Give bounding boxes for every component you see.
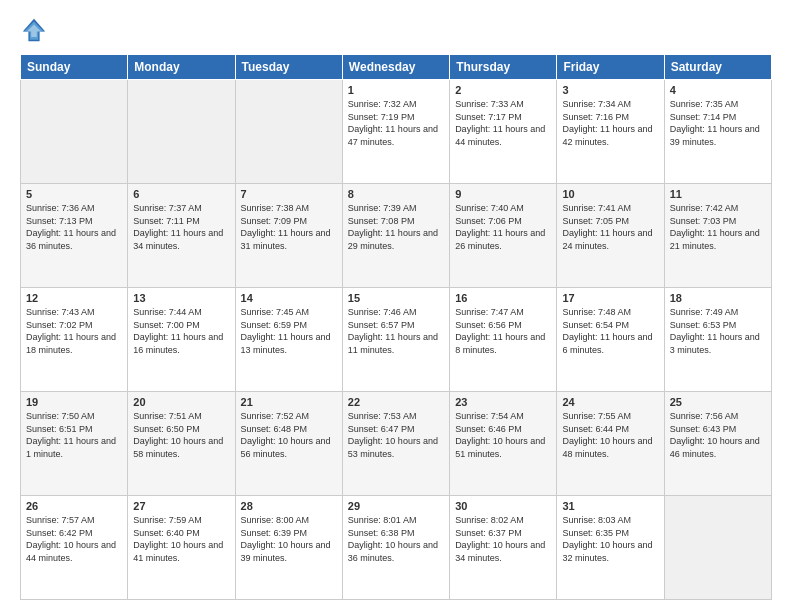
day-number: 24	[562, 396, 658, 408]
calendar-week-row: 1Sunrise: 7:32 AM Sunset: 7:19 PM Daylig…	[21, 80, 772, 184]
day-info: Sunrise: 7:49 AM Sunset: 6:53 PM Dayligh…	[670, 306, 766, 356]
day-info: Sunrise: 7:38 AM Sunset: 7:09 PM Dayligh…	[241, 202, 337, 252]
calendar-cell: 1Sunrise: 7:32 AM Sunset: 7:19 PM Daylig…	[342, 80, 449, 184]
calendar-cell: 3Sunrise: 7:34 AM Sunset: 7:16 PM Daylig…	[557, 80, 664, 184]
day-info: Sunrise: 7:53 AM Sunset: 6:47 PM Dayligh…	[348, 410, 444, 460]
page: SundayMondayTuesdayWednesdayThursdayFrid…	[0, 0, 792, 612]
day-info: Sunrise: 7:43 AM Sunset: 7:02 PM Dayligh…	[26, 306, 122, 356]
day-info: Sunrise: 7:52 AM Sunset: 6:48 PM Dayligh…	[241, 410, 337, 460]
day-info: Sunrise: 7:32 AM Sunset: 7:19 PM Dayligh…	[348, 98, 444, 148]
calendar-cell: 30Sunrise: 8:02 AM Sunset: 6:37 PM Dayli…	[450, 496, 557, 600]
day-number: 17	[562, 292, 658, 304]
day-number: 29	[348, 500, 444, 512]
calendar-cell: 5Sunrise: 7:36 AM Sunset: 7:13 PM Daylig…	[21, 184, 128, 288]
day-info: Sunrise: 7:33 AM Sunset: 7:17 PM Dayligh…	[455, 98, 551, 148]
calendar-cell: 2Sunrise: 7:33 AM Sunset: 7:17 PM Daylig…	[450, 80, 557, 184]
day-info: Sunrise: 7:40 AM Sunset: 7:06 PM Dayligh…	[455, 202, 551, 252]
calendar-cell: 14Sunrise: 7:45 AM Sunset: 6:59 PM Dayli…	[235, 288, 342, 392]
day-info: Sunrise: 7:42 AM Sunset: 7:03 PM Dayligh…	[670, 202, 766, 252]
day-info: Sunrise: 7:36 AM Sunset: 7:13 PM Dayligh…	[26, 202, 122, 252]
calendar-cell: 22Sunrise: 7:53 AM Sunset: 6:47 PM Dayli…	[342, 392, 449, 496]
day-info: Sunrise: 7:56 AM Sunset: 6:43 PM Dayligh…	[670, 410, 766, 460]
day-number: 21	[241, 396, 337, 408]
calendar-week-row: 26Sunrise: 7:57 AM Sunset: 6:42 PM Dayli…	[21, 496, 772, 600]
day-info: Sunrise: 7:41 AM Sunset: 7:05 PM Dayligh…	[562, 202, 658, 252]
day-number: 27	[133, 500, 229, 512]
calendar-cell: 29Sunrise: 8:01 AM Sunset: 6:38 PM Dayli…	[342, 496, 449, 600]
day-number: 30	[455, 500, 551, 512]
calendar-cell: 4Sunrise: 7:35 AM Sunset: 7:14 PM Daylig…	[664, 80, 771, 184]
calendar-cell: 12Sunrise: 7:43 AM Sunset: 7:02 PM Dayli…	[21, 288, 128, 392]
calendar-cell	[235, 80, 342, 184]
calendar-cell: 24Sunrise: 7:55 AM Sunset: 6:44 PM Dayli…	[557, 392, 664, 496]
day-number: 31	[562, 500, 658, 512]
calendar-header-tuesday: Tuesday	[235, 55, 342, 80]
day-number: 12	[26, 292, 122, 304]
day-number: 1	[348, 84, 444, 96]
day-number: 6	[133, 188, 229, 200]
day-info: Sunrise: 7:46 AM Sunset: 6:57 PM Dayligh…	[348, 306, 444, 356]
day-number: 26	[26, 500, 122, 512]
calendar-header-sunday: Sunday	[21, 55, 128, 80]
calendar-cell: 18Sunrise: 7:49 AM Sunset: 6:53 PM Dayli…	[664, 288, 771, 392]
day-info: Sunrise: 8:01 AM Sunset: 6:38 PM Dayligh…	[348, 514, 444, 564]
day-number: 11	[670, 188, 766, 200]
calendar-cell: 26Sunrise: 7:57 AM Sunset: 6:42 PM Dayli…	[21, 496, 128, 600]
calendar-cell: 7Sunrise: 7:38 AM Sunset: 7:09 PM Daylig…	[235, 184, 342, 288]
day-number: 20	[133, 396, 229, 408]
day-info: Sunrise: 7:55 AM Sunset: 6:44 PM Dayligh…	[562, 410, 658, 460]
day-number: 2	[455, 84, 551, 96]
day-number: 18	[670, 292, 766, 304]
day-number: 5	[26, 188, 122, 200]
day-number: 19	[26, 396, 122, 408]
calendar-cell: 8Sunrise: 7:39 AM Sunset: 7:08 PM Daylig…	[342, 184, 449, 288]
day-info: Sunrise: 7:39 AM Sunset: 7:08 PM Dayligh…	[348, 202, 444, 252]
day-info: Sunrise: 7:34 AM Sunset: 7:16 PM Dayligh…	[562, 98, 658, 148]
calendar-cell	[21, 80, 128, 184]
calendar-cell: 20Sunrise: 7:51 AM Sunset: 6:50 PM Dayli…	[128, 392, 235, 496]
day-number: 3	[562, 84, 658, 96]
day-info: Sunrise: 7:59 AM Sunset: 6:40 PM Dayligh…	[133, 514, 229, 564]
calendar-cell: 21Sunrise: 7:52 AM Sunset: 6:48 PM Dayli…	[235, 392, 342, 496]
day-info: Sunrise: 7:51 AM Sunset: 6:50 PM Dayligh…	[133, 410, 229, 460]
day-info: Sunrise: 7:44 AM Sunset: 7:00 PM Dayligh…	[133, 306, 229, 356]
calendar-week-row: 19Sunrise: 7:50 AM Sunset: 6:51 PM Dayli…	[21, 392, 772, 496]
calendar-cell	[128, 80, 235, 184]
day-info: Sunrise: 8:03 AM Sunset: 6:35 PM Dayligh…	[562, 514, 658, 564]
day-number: 15	[348, 292, 444, 304]
calendar-header-row: SundayMondayTuesdayWednesdayThursdayFrid…	[21, 55, 772, 80]
header	[20, 16, 772, 44]
calendar-cell: 19Sunrise: 7:50 AM Sunset: 6:51 PM Dayli…	[21, 392, 128, 496]
day-info: Sunrise: 7:45 AM Sunset: 6:59 PM Dayligh…	[241, 306, 337, 356]
calendar-cell: 27Sunrise: 7:59 AM Sunset: 6:40 PM Dayli…	[128, 496, 235, 600]
day-info: Sunrise: 8:02 AM Sunset: 6:37 PM Dayligh…	[455, 514, 551, 564]
day-info: Sunrise: 7:48 AM Sunset: 6:54 PM Dayligh…	[562, 306, 658, 356]
day-number: 16	[455, 292, 551, 304]
calendar-table: SundayMondayTuesdayWednesdayThursdayFrid…	[20, 54, 772, 600]
day-number: 8	[348, 188, 444, 200]
day-number: 4	[670, 84, 766, 96]
calendar-cell: 10Sunrise: 7:41 AM Sunset: 7:05 PM Dayli…	[557, 184, 664, 288]
calendar-header-saturday: Saturday	[664, 55, 771, 80]
day-number: 14	[241, 292, 337, 304]
calendar-cell: 25Sunrise: 7:56 AM Sunset: 6:43 PM Dayli…	[664, 392, 771, 496]
logo	[20, 16, 52, 44]
calendar-header-wednesday: Wednesday	[342, 55, 449, 80]
day-number: 28	[241, 500, 337, 512]
day-number: 13	[133, 292, 229, 304]
calendar-cell: 11Sunrise: 7:42 AM Sunset: 7:03 PM Dayli…	[664, 184, 771, 288]
calendar-header-thursday: Thursday	[450, 55, 557, 80]
calendar-cell: 15Sunrise: 7:46 AM Sunset: 6:57 PM Dayli…	[342, 288, 449, 392]
calendar-cell: 6Sunrise: 7:37 AM Sunset: 7:11 PM Daylig…	[128, 184, 235, 288]
calendar-cell: 16Sunrise: 7:47 AM Sunset: 6:56 PM Dayli…	[450, 288, 557, 392]
day-info: Sunrise: 8:00 AM Sunset: 6:39 PM Dayligh…	[241, 514, 337, 564]
calendar-week-row: 12Sunrise: 7:43 AM Sunset: 7:02 PM Dayli…	[21, 288, 772, 392]
day-number: 25	[670, 396, 766, 408]
calendar-cell: 9Sunrise: 7:40 AM Sunset: 7:06 PM Daylig…	[450, 184, 557, 288]
calendar-header-monday: Monday	[128, 55, 235, 80]
day-info: Sunrise: 7:57 AM Sunset: 6:42 PM Dayligh…	[26, 514, 122, 564]
calendar-week-row: 5Sunrise: 7:36 AM Sunset: 7:13 PM Daylig…	[21, 184, 772, 288]
calendar-cell: 13Sunrise: 7:44 AM Sunset: 7:00 PM Dayli…	[128, 288, 235, 392]
calendar-cell: 23Sunrise: 7:54 AM Sunset: 6:46 PM Dayli…	[450, 392, 557, 496]
calendar-header-friday: Friday	[557, 55, 664, 80]
